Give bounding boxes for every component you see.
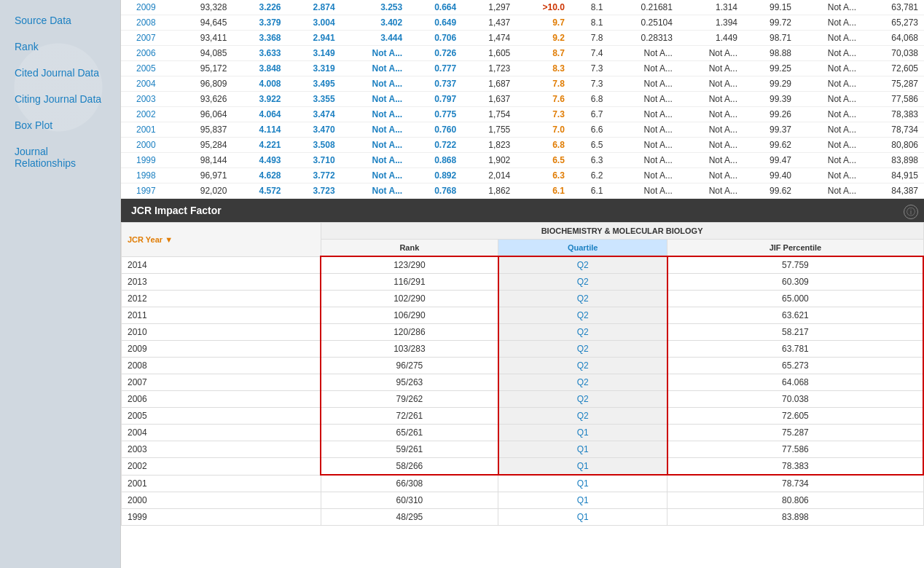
jcr-year-cell: 2001 <box>122 475 321 492</box>
jcr-rank-cell: 72/261 <box>321 408 498 425</box>
table-cell: 3.368 <box>232 31 286 46</box>
sidebar-item-rank[interactable]: Rank <box>0 33 120 60</box>
table-cell: 78,383 <box>862 107 924 122</box>
jcr-jif-cell: 63.781 <box>667 341 923 358</box>
main-container: Source Data Rank Cited Journal Data Citi… <box>0 0 924 568</box>
jcr-year-cell: 2012 <box>122 291 321 307</box>
table-cell: Not A... <box>678 107 743 122</box>
table-cell: 93,626 <box>171 92 233 107</box>
table-cell: 8.1 <box>571 0 609 15</box>
table-cell: 1,755 <box>462 122 516 138</box>
table-cell: 0.775 <box>408 107 462 122</box>
table-cell: 1,862 <box>462 184 516 199</box>
sidebar-item-source-data[interactable]: Source Data <box>0 7 120 33</box>
table-cell: 3.470 <box>287 122 341 138</box>
table-cell: 99.15 <box>743 0 797 15</box>
table-row: 199896,9714.6283.772Not A...0.8922,0146.… <box>121 168 924 184</box>
table-cell: 6.5 <box>571 138 609 153</box>
table-cell: 95,837 <box>171 122 233 138</box>
table-cell: Not A... <box>608 138 678 153</box>
jcr-quartile-cell: Q2 <box>498 391 667 408</box>
jcr-jif-cell: 77.586 <box>667 441 923 458</box>
main-data-table: 200993,3283.2262.8743.2530.6641,297>10.0… <box>121 0 924 199</box>
table-cell: 95,172 <box>171 61 233 76</box>
table-cell: 2001 <box>121 122 171 138</box>
jcr-year-cell: 2013 <box>122 274 321 291</box>
jcr-quartile-cell: Q2 <box>498 307 667 324</box>
table-cell: Not A... <box>678 168 743 184</box>
jcr-year-cell: 2009 <box>122 341 321 358</box>
table-cell: Not A... <box>797 61 862 76</box>
sidebar-item-journal-relationships[interactable]: Journal Relationships <box>0 138 120 176</box>
table-cell: 2.874 <box>287 0 341 15</box>
jcr-table-row: 200465/261Q175.287 <box>122 425 924 441</box>
table-cell: 84,915 <box>862 168 924 184</box>
jcr-table-row: 200060/310Q180.806 <box>122 492 924 509</box>
jcr-header: JCR Impact Factor <box>121 199 924 222</box>
table-cell: 7.6 <box>516 92 571 107</box>
jcr-year-cell: 2014 <box>122 256 321 274</box>
table-cell: 3.922 <box>232 92 286 107</box>
jcr-rank-cell: 60/310 <box>321 492 498 509</box>
jcr-jif-cell: 65.273 <box>667 358 923 374</box>
table-cell: 6.6 <box>571 122 609 138</box>
table-cell: Not A... <box>608 92 678 107</box>
table-cell: 6.5 <box>516 153 571 168</box>
table-cell: Not A... <box>678 122 743 138</box>
table-cell: Not A... <box>341 61 409 76</box>
table-cell: 3.379 <box>232 15 286 31</box>
table-cell: Not A... <box>678 153 743 168</box>
table-cell: 2007 <box>121 31 171 46</box>
table-cell: 1,605 <box>462 46 516 61</box>
info-icon[interactable]: ⓘ <box>904 205 918 219</box>
jcr-table-row: 200679/262Q270.038 <box>122 391 924 408</box>
jcr-quartile-cell: Q1 <box>498 475 667 492</box>
table-cell: 0.28313 <box>608 31 678 46</box>
table-cell: 1997 <box>121 184 171 199</box>
table-cell: 1,723 <box>462 61 516 76</box>
sidebar-item-box-plot[interactable]: Box Plot <box>0 112 120 138</box>
table-cell: Not A... <box>797 31 862 46</box>
table-cell: Not A... <box>678 46 743 61</box>
table-cell: 1998 <box>121 168 171 184</box>
table-row: 200296,0644.0643.474Not A...0.7751,7547.… <box>121 107 924 122</box>
table-cell: 99.25 <box>743 61 797 76</box>
top-table-wrapper[interactable]: 200993,3283.2262.8743.2530.6641,297>10.0… <box>121 0 924 199</box>
table-cell: Not A... <box>678 61 743 76</box>
jcr-quartile-cell: Q2 <box>498 341 667 358</box>
jcr-table-row: 2011106/290Q263.621 <box>122 307 924 324</box>
jcr-table-container[interactable]: JCR Year ▼ BIOCHEMISTRY & MOLECULAR BIOL… <box>121 222 924 561</box>
jcr-rank-cell: 123/290 <box>321 256 498 274</box>
table-cell: 72,605 <box>862 61 924 76</box>
jcr-rank-cell: 96/275 <box>321 358 498 374</box>
jcr-rank-cell: 102/290 <box>321 291 498 307</box>
table-cell: 6.8 <box>571 92 609 107</box>
jcr-rank-cell: 65/261 <box>321 425 498 441</box>
table-cell: 9.7 <box>516 15 571 31</box>
table-cell: 0.777 <box>408 61 462 76</box>
table-cell: 7.3 <box>571 61 609 76</box>
table-cell: Not A... <box>341 153 409 168</box>
table-row: 199792,0204.5723.723Not A...0.7681,8626.… <box>121 184 924 199</box>
table-cell: Not A... <box>608 61 678 76</box>
jcr-table-row: 200896/275Q265.273 <box>122 358 924 374</box>
table-cell: 3.444 <box>341 31 409 46</box>
jcr-year-column-header: JCR Year ▼ <box>122 223 321 257</box>
jcr-rank-cell: 103/283 <box>321 341 498 358</box>
table-cell: 2.941 <box>287 31 341 46</box>
jcr-table-row: 200166/308Q178.734 <box>122 475 924 492</box>
table-cell: Not A... <box>678 76 743 92</box>
table-cell: Not A... <box>678 92 743 107</box>
sidebar-item-cited-journal-data[interactable]: Cited Journal Data <box>0 60 120 86</box>
jcr-year-cell: 2000 <box>122 492 321 509</box>
table-cell: 2003 <box>121 92 171 107</box>
table-row: 200393,6263.9223.355Not A...0.7971,6377.… <box>121 92 924 107</box>
jcr-table-row: 2010120/286Q258.217 <box>122 324 924 341</box>
table-cell: 2004 <box>121 76 171 92</box>
table-cell: 8.7 <box>516 46 571 61</box>
jcr-year-cell: 2010 <box>122 324 321 341</box>
sidebar-item-citing-journal-data[interactable]: Citing Journal Data <box>0 86 120 112</box>
table-cell: 94,645 <box>171 15 233 31</box>
jcr-quartile-cell: Q1 <box>498 441 667 458</box>
table-row: 200095,2844.2213.508Not A...0.7221,8236.… <box>121 138 924 153</box>
